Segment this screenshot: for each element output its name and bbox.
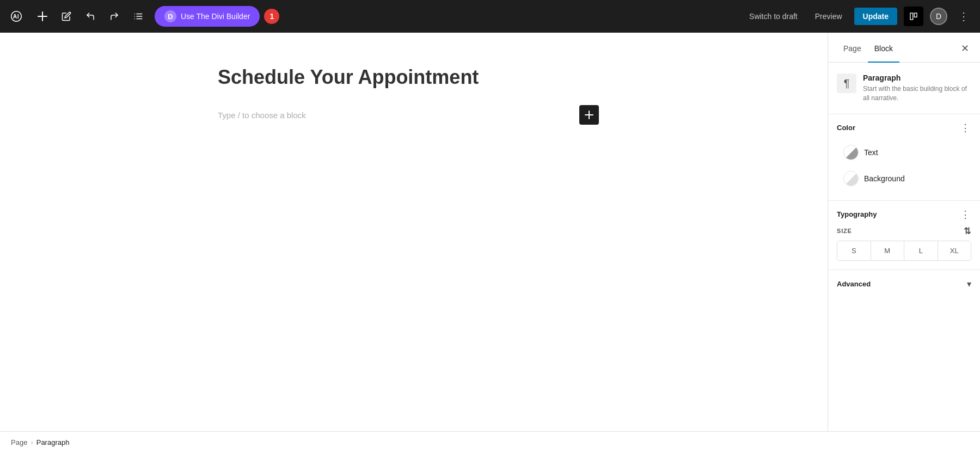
color-section-header: Color ⋮ [837,123,971,133]
typography-section-header: Typography ⋮ [837,210,971,219]
advanced-header[interactable]: Advanced ▾ [837,279,971,289]
advanced-section: Advanced ▾ [828,270,980,298]
breadcrumb-current: Paragraph [36,438,70,446]
update-btn[interactable]: Update [854,8,897,25]
divi-builder-btn[interactable]: D Use The Divi Builder [155,6,260,27]
typography-section: Typography ⋮ SIZE ⇅ S M L XL [828,201,980,270]
advanced-chevron-icon: ▾ [967,279,971,289]
advanced-title: Advanced [837,280,871,288]
text-color-option[interactable]: Text [837,139,971,166]
notification-badge[interactable]: 1 [264,9,279,24]
size-l-btn[interactable]: L [904,241,938,260]
color-more-btn[interactable]: ⋮ [959,123,971,133]
page-title[interactable]: Schedule Your Appointment [218,65,610,89]
editor-inner: Schedule Your Appointment Type / to choo… [196,65,632,125]
color-section: Color ⋮ Text Background [828,114,980,201]
size-buttons: S M L XL [837,241,971,261]
wp-logo[interactable] [7,7,26,26]
typography-section-title: Typography [837,210,877,218]
color-section-title: Color [837,124,855,132]
background-color-option[interactable]: Background [837,166,971,192]
more-options-btn[interactable]: ⋮ [954,8,973,25]
breadcrumb-separator: › [30,438,33,446]
size-controls-icon[interactable]: ⇅ [964,226,971,236]
main-toolbar: D Use The Divi Builder 1 Switch to draft… [0,0,980,33]
user-avatar[interactable]: D [930,8,947,25]
toolbar-right: Switch to draft Preview Update D ⋮ [744,7,973,26]
size-m-btn[interactable]: M [871,241,905,260]
tab-block[interactable]: Block [868,33,899,63]
main-area: Schedule Your Appointment Type / to choo… [0,33,980,431]
block-name: Paragraph [863,74,971,82]
background-color-label: Background [864,174,905,183]
preview-btn[interactable]: Preview [810,9,848,24]
block-info: ¶ Paragraph Start with the basic buildin… [828,63,980,114]
editor-area[interactable]: Schedule Your Appointment Type / to choo… [0,33,828,431]
layout-toggle-btn[interactable] [904,7,923,26]
text-color-circle [843,145,859,160]
paragraph-icon: ¶ [837,74,856,93]
block-placeholder[interactable]: Type / to choose a block [218,106,306,124]
text-color-label: Text [864,148,878,157]
size-xl-btn[interactable]: XL [938,241,971,260]
svg-rect-6 [910,13,913,20]
undo-btn[interactable] [81,7,100,26]
svg-rect-7 [914,13,917,17]
sidebar-tabs: Page Block ✕ [828,33,980,63]
add-block-btn[interactable] [579,105,599,125]
block-info-text: Paragraph Start with the basic building … [863,74,971,103]
size-label-text: SIZE [837,228,852,234]
divi-icon: D [164,10,176,22]
size-label-row: SIZE ⇅ [837,226,971,236]
edit-toolbar-btn[interactable] [57,7,76,26]
typography-more-btn[interactable]: ⋮ [959,210,971,219]
block-description: Start with the basic building block of a… [863,84,971,103]
list-view-btn[interactable] [128,7,148,26]
redo-btn[interactable] [105,7,124,26]
breadcrumb-bar: Page › Paragraph [0,431,980,453]
add-block-toolbar-btn[interactable] [33,7,52,26]
switch-draft-btn[interactable]: Switch to draft [744,9,803,24]
background-color-circle [843,171,859,186]
size-s-btn[interactable]: S [837,241,871,260]
tab-page[interactable]: Page [837,33,868,63]
breadcrumb-page[interactable]: Page [11,438,27,446]
right-sidebar: Page Block ✕ ¶ Paragraph Start with the … [828,33,980,431]
block-area: Type / to choose a block [218,105,610,125]
close-sidebar-btn[interactable]: ✕ [959,33,971,62]
